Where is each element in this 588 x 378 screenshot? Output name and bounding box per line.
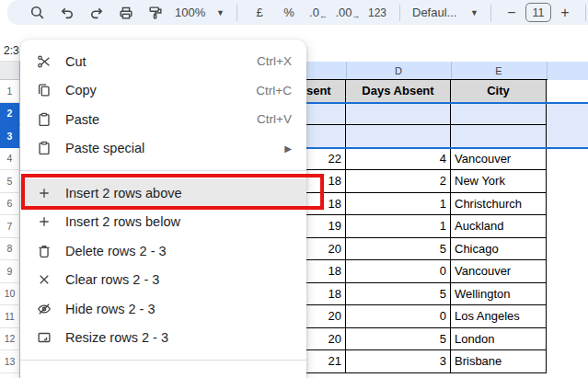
resize-icon: [35, 328, 53, 347]
menu-item-label: Clear rows 2 - 3: [65, 272, 292, 287]
plus-icon: [35, 184, 53, 202]
row-header-13[interactable]: 13: [0, 350, 20, 373]
menu-item-paste-special[interactable]: Paste special▶: [20, 134, 306, 164]
increase-font-size-button[interactable]: +: [553, 2, 577, 24]
row-header-11[interactable]: 11: [0, 305, 20, 328]
cell-d7[interactable]: 1: [346, 215, 451, 238]
column-separator: [547, 62, 548, 80]
cell-d11[interactable]: 0: [346, 305, 451, 328]
menu-item-hide-rows-2-3[interactable]: Hide rows 2 - 3: [20, 294, 306, 324]
row-header-3[interactable]: 3: [0, 125, 20, 148]
percent-format-button[interactable]: %: [275, 2, 303, 24]
row-header-10[interactable]: 10: [0, 283, 20, 306]
menu-item-label: Cut: [65, 54, 257, 69]
more-formats-button[interactable]: 123: [363, 2, 391, 24]
cell-d4[interactable]: 4: [346, 148, 451, 171]
cell-e4[interactable]: Vancouver: [451, 148, 547, 171]
undo-icon[interactable]: [53, 2, 81, 24]
menu-item-insert-2-rows-below[interactable]: Insert 2 rows below: [20, 208, 306, 237]
currency-format-button[interactable]: £: [246, 2, 273, 24]
increase-decimal-button[interactable]: .00→: [334, 2, 362, 24]
column-header-e[interactable]: E: [451, 62, 547, 80]
row-header-7[interactable]: 7: [0, 215, 20, 238]
cell-e9[interactable]: Vancouver: [451, 260, 547, 283]
cell-d5[interactable]: 2: [346, 170, 451, 193]
decrease-decimal-button[interactable]: .0←: [305, 2, 332, 24]
paste-special-icon: [35, 139, 53, 157]
cell-d12[interactable]: 5: [346, 328, 451, 351]
menu-item-copy[interactable]: CopyCtrl+C: [20, 76, 306, 106]
select-all-corner[interactable]: [0, 62, 20, 80]
row-header-12[interactable]: 12: [0, 328, 20, 351]
close-icon: [35, 270, 53, 289]
cell-e5[interactable]: New York: [451, 170, 547, 193]
cell-e7[interactable]: Auckland: [451, 215, 547, 238]
cell-d6[interactable]: 1: [346, 193, 451, 216]
row-header-9[interactable]: 9: [0, 260, 20, 283]
cell-e8[interactable]: Chicago: [451, 238, 547, 261]
menu-item-label: Delete rows 2 - 3: [65, 244, 292, 258]
toolbar: 100% ▼ £ % .0← .00→ 123 Defaul... ▼ − 11…: [7, 0, 588, 25]
cell-e2[interactable]: [451, 103, 547, 126]
row-header-4[interactable]: 4: [0, 148, 20, 171]
row-header-6[interactable]: 6: [0, 193, 20, 216]
menu-divider: [20, 170, 306, 171]
chevron-down-icon: ▼: [470, 8, 478, 17]
decrease-font-size-button[interactable]: −: [500, 2, 524, 24]
cell-d1-days-absent[interactable]: Days Absent: [346, 80, 451, 103]
copy-icon: [35, 81, 53, 99]
arrow-left-icon: ←: [319, 11, 328, 20]
font-family-select[interactable]: Defaul... ▼: [409, 2, 482, 24]
search-icon[interactable]: [24, 2, 52, 24]
cell-d3[interactable]: [346, 125, 451, 148]
menu-item-insert-2-rows-above[interactable]: Insert 2 rows above: [20, 178, 306, 208]
menu-item-paste[interactable]: PasteCtrl+V: [20, 105, 306, 134]
menu-item-shortcut: Ctrl+V: [257, 112, 292, 126]
plus-icon: [35, 212, 53, 231]
redo-icon[interactable]: [83, 2, 110, 24]
cell-e10[interactable]: Wellington: [451, 283, 547, 306]
cell-d2[interactable]: [346, 103, 451, 126]
print-icon[interactable]: [112, 2, 140, 24]
toolbar-divider: [399, 5, 400, 21]
row-header-1[interactable]: 1: [0, 80, 20, 103]
cell-d13[interactable]: 3: [346, 350, 451, 373]
menu-item-delete-rows-2-3[interactable]: Delete rows 2 - 3: [20, 236, 306, 266]
eye-off-icon: [35, 300, 53, 318]
column-separator: [346, 62, 347, 80]
cell-e3[interactable]: [451, 125, 547, 148]
row-header-5[interactable]: 5: [0, 170, 20, 193]
menu-item-resize-rows-2-3[interactable]: Resize rows 2 - 3: [20, 324, 306, 353]
cell-d10[interactable]: 5: [346, 283, 451, 306]
menu-item-label: Copy: [65, 83, 256, 97]
menu-item-clear-rows-2-3[interactable]: Clear rows 2 - 3: [20, 266, 306, 295]
toolbar-divider: [236, 5, 237, 21]
menu-item-label: Resize rows 2 - 3: [65, 330, 292, 345]
menu-item-label: Insert 2 rows above: [65, 186, 292, 200]
row-header-8[interactable]: 8: [0, 238, 20, 261]
paint-format-icon[interactable]: [142, 2, 169, 24]
cell-e6[interactable]: Christchurch: [451, 193, 547, 216]
menu-item-label: Paste special: [65, 141, 284, 155]
row-header-14[interactable]: 14: [0, 373, 20, 378]
cell-d8[interactable]: 5: [346, 238, 451, 261]
font-family-value: Defaul...: [412, 6, 456, 19]
scissors-icon: [35, 52, 53, 71]
menu-item-cut[interactable]: CutCtrl+X: [20, 47, 306, 76]
column-separator: [451, 62, 452, 80]
cell-d9[interactable]: 0: [346, 260, 451, 283]
menu-item-label: Insert 2 rows below: [65, 214, 292, 229]
zoom-value: 100%: [175, 6, 205, 19]
column-header-d[interactable]: D: [346, 62, 451, 80]
cell-e12[interactable]: London: [451, 328, 547, 351]
cell-e1-city[interactable]: City: [451, 80, 547, 103]
submenu-arrow-icon: ▶: [284, 143, 292, 154]
cell-e13[interactable]: Brisbane: [451, 350, 547, 373]
row-header-2[interactable]: 2: [0, 103, 20, 126]
menu-item-label: Hide rows 2 - 3: [65, 302, 292, 316]
zoom-select[interactable]: 100% ▼: [171, 2, 228, 24]
font-size-input[interactable]: 11: [525, 3, 551, 22]
chevron-down-icon: ▼: [216, 8, 225, 17]
menu-divider: [20, 360, 306, 361]
cell-e11[interactable]: Los Angeles: [451, 305, 547, 328]
